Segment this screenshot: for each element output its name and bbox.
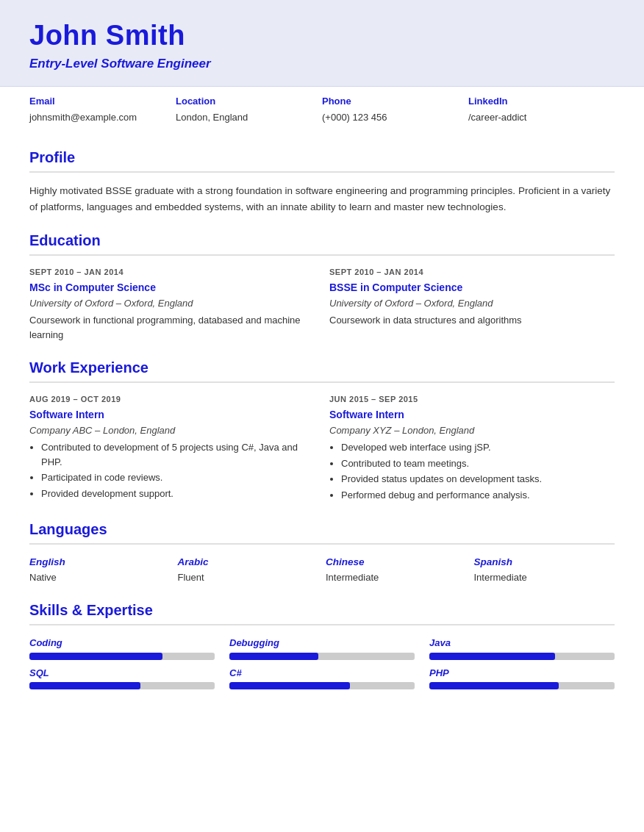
candidate-title: Entry-Level Software Engineer (29, 54, 615, 73)
lang-item-0: English Native (29, 555, 171, 584)
skill-name-1: Debugging (229, 636, 415, 650)
skill-name-3: SQL (29, 666, 215, 681)
work-entry-1: JUN 2015 – SEP 2015 Software Intern Comp… (329, 393, 615, 503)
skill-bar-fill-3 (29, 682, 140, 689)
work-bullet-1-2: Provided status updates on development t… (341, 472, 615, 487)
profile-title: Profile (29, 146, 615, 173)
edu-desc-0: Coursework in functional programming, da… (29, 313, 315, 342)
education-entry-1: SEPT 2010 – JAN 2014 BSSE in Computer Sc… (329, 266, 615, 342)
work-bullet-1-0: Developed web interface using jSP. (341, 440, 615, 455)
skill-bar-fill-1 (229, 653, 318, 660)
skill-bar-bg-4 (229, 682, 415, 689)
header: John Smith Entry-Level Software Engineer… (0, 0, 644, 132)
lang-level-2: Intermediate (326, 570, 467, 585)
lang-name-2: Chinese (326, 555, 467, 570)
work-role-1: Software Intern (329, 407, 615, 423)
profile-text: Highly motivated BSSE graduate with a st… (29, 183, 615, 215)
location-label: Location (176, 94, 322, 109)
skill-bar-fill-2 (429, 653, 555, 660)
linkedin-value: /career-addict (468, 110, 615, 125)
education-title: Education (29, 229, 615, 256)
work-bullet-0-1: Participated in code reviews. (41, 470, 315, 485)
work-bullet-1-3: Performed debug and performance analysis… (341, 488, 615, 503)
skill-bar-fill-4 (229, 682, 350, 689)
skill-bar-bg-1 (229, 653, 415, 660)
education-grid: SEPT 2010 – JAN 2014 MSc in Computer Sci… (29, 266, 615, 342)
skill-item-3: SQL (29, 666, 215, 690)
main-content: Profile Highly motivated BSSE graduate w… (0, 132, 644, 726)
skill-bar-bg-0 (29, 653, 215, 660)
work-section: Work Experience AUG 2019 – OCT 2019 Soft… (29, 356, 615, 503)
work-bullet-0-2: Provided development support. (41, 487, 315, 501)
work-grid: AUG 2019 – OCT 2019 Software Intern Comp… (29, 393, 615, 503)
skill-bar-fill-5 (429, 682, 559, 689)
contact-phone: Phone (+000) 123 456 (322, 94, 468, 124)
resume-wrapper: John Smith Entry-Level Software Engineer… (0, 0, 644, 726)
edu-institution-1: University of Oxford – Oxford, England (329, 296, 615, 311)
email-label: Email (29, 94, 176, 109)
phone-label: Phone (322, 94, 468, 109)
skill-item-5: PHP (429, 666, 615, 690)
lang-name-3: Spanish (474, 555, 615, 570)
work-bullet-1-1: Contributed to team meetings. (341, 456, 615, 471)
lang-level-1: Fluent (178, 570, 319, 585)
location-value: London, England (176, 110, 322, 125)
skill-bar-bg-2 (429, 653, 615, 660)
lang-name-1: Arabic (178, 555, 319, 570)
skill-name-4: C# (229, 666, 415, 681)
education-entry-0: SEPT 2010 – JAN 2014 MSc in Computer Sci… (29, 266, 315, 342)
edu-institution-0: University of Oxford – Oxford, England (29, 296, 315, 311)
skill-item-1: Debugging (229, 636, 415, 660)
candidate-name: John Smith (29, 21, 615, 51)
skill-item-0: Coding (29, 636, 215, 660)
skill-item-4: C# (229, 666, 415, 690)
skill-item-2: Java (429, 636, 615, 660)
skill-name-2: Java (429, 636, 615, 650)
skill-name-0: Coding (29, 636, 215, 650)
email-value: johnsmith@example.com (29, 110, 176, 125)
edu-date-1: SEPT 2010 – JAN 2014 (329, 266, 615, 279)
contact-bar: Email johnsmith@example.com Location Lon… (0, 86, 644, 132)
work-entry-0: AUG 2019 – OCT 2019 Software Intern Comp… (29, 393, 315, 503)
lang-item-2: Chinese Intermediate (326, 555, 467, 584)
contact-location: Location London, England (176, 94, 322, 124)
work-title: Work Experience (29, 356, 615, 383)
work-date-1: JUN 2015 – SEP 2015 (329, 393, 615, 406)
edu-degree-1: BSSE in Computer Science (329, 280, 615, 295)
skill-bar-bg-5 (429, 682, 615, 689)
edu-degree-0: MSc in Computer Science (29, 280, 315, 295)
profile-section: Profile Highly motivated BSSE graduate w… (29, 146, 615, 215)
work-date-0: AUG 2019 – OCT 2019 (29, 393, 315, 406)
languages-grid: English Native Arabic Fluent Chinese Int… (29, 555, 615, 584)
work-bullets-0: Contributed to development of 5 projects… (29, 440, 315, 501)
contact-linkedin: LinkedIn /career-addict (468, 94, 615, 124)
work-role-0: Software Intern (29, 407, 315, 423)
work-company-1: Company XYZ – London, England (329, 423, 615, 438)
lang-level-0: Native (29, 570, 171, 585)
skills-section: Skills & Expertise Coding Debugging Java… (29, 599, 615, 689)
skills-grid: Coding Debugging Java SQL C# PHP (29, 636, 615, 689)
skill-name-5: PHP (429, 666, 615, 681)
skills-title: Skills & Expertise (29, 599, 615, 625)
work-bullet-0-0: Contributed to development of 5 projects… (41, 440, 315, 469)
linkedin-label: LinkedIn (468, 94, 615, 109)
contact-email: Email johnsmith@example.com (29, 94, 176, 124)
phone-value: (+000) 123 456 (322, 110, 468, 125)
lang-item-3: Spanish Intermediate (474, 555, 615, 584)
edu-desc-1: Coursework in data structures and algori… (329, 313, 615, 328)
work-bullets-1: Developed web interface using jSP. Contr… (329, 440, 615, 502)
languages-title: Languages (29, 518, 615, 545)
languages-section: Languages English Native Arabic Fluent C… (29, 518, 615, 584)
edu-date-0: SEPT 2010 – JAN 2014 (29, 266, 315, 279)
skill-bar-bg-3 (29, 682, 215, 689)
work-company-0: Company ABC – London, England (29, 423, 315, 438)
lang-level-3: Intermediate (474, 570, 615, 585)
education-section: Education SEPT 2010 – JAN 2014 MSc in Co… (29, 229, 615, 342)
lang-name-0: English (29, 555, 171, 570)
skill-bar-fill-0 (29, 653, 162, 660)
lang-item-1: Arabic Fluent (178, 555, 319, 584)
